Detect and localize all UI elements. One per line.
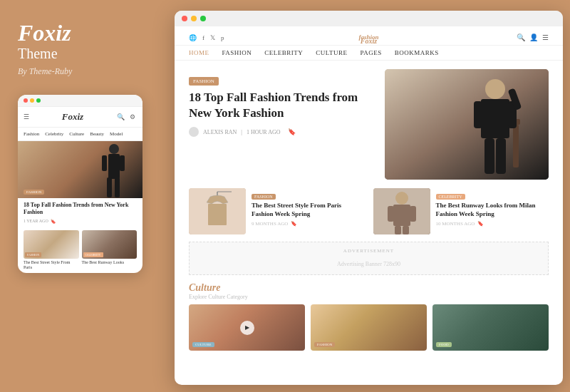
nav-home[interactable]: HOME bbox=[189, 49, 209, 56]
ad-label: ADVERTISEMENT bbox=[195, 248, 542, 254]
small-1-badge: FASHION bbox=[252, 194, 276, 200]
mobile-card-1-image: FASHION bbox=[24, 230, 79, 259]
nav-fashion[interactable]: FASHION bbox=[222, 49, 252, 56]
svg-point-0 bbox=[109, 144, 119, 154]
time-separator: | bbox=[241, 129, 242, 135]
culture-card-1[interactable]: ▶ CULTURE bbox=[189, 304, 305, 351]
mobile-card-2-image: CELEBRITY bbox=[82, 230, 138, 259]
nav-pages[interactable]: PAGES bbox=[361, 49, 382, 56]
small-1-meta: 9 MONTHS AGO 🔖 bbox=[252, 221, 365, 227]
svg-rect-11 bbox=[474, 101, 482, 128]
mobile-person-figure bbox=[100, 143, 128, 198]
svg-rect-26 bbox=[403, 226, 409, 234]
globe-icon[interactable]: 🌐 bbox=[189, 34, 197, 41]
pinterest-icon[interactable]: p bbox=[221, 34, 224, 41]
nav-bookmarks[interactable]: BOOKMARKS bbox=[395, 49, 439, 56]
culture-card-2[interactable]: FASHION bbox=[311, 304, 427, 351]
svg-rect-8 bbox=[513, 125, 519, 167]
culture-cards: ▶ CULTURE FASHION FOOD bbox=[189, 304, 549, 351]
nav-celebrity[interactable]: CELEBRITY bbox=[264, 49, 303, 56]
svg-rect-25 bbox=[395, 226, 401, 234]
mobile-card-1-title: The Best Street Style From Paris bbox=[24, 260, 79, 270]
desktop-dot-green bbox=[200, 16, 206, 21]
mobile-nav-beauty[interactable]: Beauty bbox=[90, 131, 104, 137]
small-article-2: CELEBRITY The Best Runway Looks from Mil… bbox=[373, 188, 549, 234]
small-1-time: 9 MONTHS AGO bbox=[252, 221, 288, 227]
svg-rect-14 bbox=[484, 138, 494, 174]
small-1-bookmark[interactable]: 🔖 bbox=[291, 221, 297, 227]
desktop-site-header: 🌐 f 𝕏 p fashion Foxiz 🔍 👤 ☰ bbox=[175, 26, 563, 46]
svg-rect-24 bbox=[410, 206, 416, 222]
mobile-top-bar bbox=[18, 95, 142, 107]
brand-author: By Theme-Ruby bbox=[18, 66, 72, 77]
play-button[interactable]: ▶ bbox=[240, 321, 254, 335]
culture-card-3[interactable]: FOOD bbox=[432, 304, 549, 351]
small-article-2-image bbox=[373, 188, 430, 234]
mobile-nav: Fashion Celebrity Culture Beauty Model bbox=[18, 128, 142, 141]
svg-rect-6 bbox=[385, 69, 549, 180]
culture-subtitle: Explore Culture Category bbox=[189, 294, 549, 300]
mobile-logo: Foxiz bbox=[62, 111, 83, 123]
nav-culture[interactable]: Culture bbox=[316, 49, 347, 56]
featured-section: FASHION 18 Top Fall Fashion Trends from … bbox=[189, 69, 549, 180]
small-article-2-content: CELEBRITY The Best Runway Looks from Mil… bbox=[436, 188, 549, 234]
svg-rect-4 bbox=[102, 155, 107, 171]
mobile-nav-fashion[interactable]: Fashion bbox=[24, 131, 39, 137]
mobile-dot-green bbox=[36, 98, 41, 103]
desktop-logo-main: Foxiz bbox=[309, 37, 428, 45]
mobile-small-articles: FASHION The Best Street Style From Paris… bbox=[18, 227, 142, 273]
svg-point-9 bbox=[485, 79, 505, 99]
facebook-icon[interactable]: f bbox=[202, 34, 204, 41]
mobile-mockup: ☰ Foxiz 🔍 ⚙ Fashion Celebrity Culture Be… bbox=[18, 95, 142, 273]
brand-name: Foxiz bbox=[18, 21, 71, 44]
mobile-card-2-badge: CELEBRITY bbox=[83, 252, 103, 257]
clothes-visual bbox=[189, 188, 246, 234]
mobile-bookmark-icon: 🔖 bbox=[51, 219, 56, 224]
small-2-badge: CELEBRITY bbox=[436, 194, 465, 200]
culture-title: Culture bbox=[189, 282, 549, 294]
desktop-nav: HOME FASHION CELEBRITY Culture PAGES BOO… bbox=[175, 46, 563, 61]
ad-size: Advertising Banner 728x90 bbox=[337, 261, 400, 267]
small-articles-row: FASHION The Best Street Style From Paris… bbox=[189, 188, 549, 234]
featured-title[interactable]: 18 Top Fall Fashion Trends from New York… bbox=[189, 90, 374, 121]
svg-rect-10 bbox=[481, 99, 509, 138]
culture-header: Culture Explore Culture Category bbox=[189, 282, 549, 300]
search-icon[interactable]: 🔍 bbox=[517, 33, 525, 41]
mobile-nav-celebrity[interactable]: Celebrity bbox=[45, 131, 63, 137]
author-name: ALEXIS RAN bbox=[203, 129, 237, 135]
author-avatar bbox=[189, 127, 199, 137]
mobile-hero-image: FASHION bbox=[18, 141, 142, 198]
mobile-hero-title: 18 Top Fall Fashion Trends from New York… bbox=[18, 198, 142, 219]
desktop-top-bar bbox=[175, 11, 563, 26]
bookmark-icon[interactable]: 🔖 bbox=[288, 128, 296, 135]
ad-banner: ADVERTISEMENT Advertising Banner 728x90 bbox=[189, 242, 549, 275]
small-1-title[interactable]: The Best Street Style From Paris Fashion… bbox=[252, 202, 365, 218]
svg-rect-22 bbox=[393, 205, 410, 226]
svg-rect-18 bbox=[208, 204, 227, 225]
featured-badge: FASHION bbox=[189, 77, 219, 86]
featured-image bbox=[385, 69, 549, 180]
desktop-mockup: 🌐 f 𝕏 p fashion Foxiz 🔍 👤 ☰ HOME FASHION… bbox=[175, 11, 563, 385]
desktop-header-right: 🔍 👤 ☰ bbox=[429, 33, 549, 41]
mobile-hero-badge: FASHION bbox=[24, 190, 44, 195]
mobile-nav-culture[interactable]: Culture bbox=[69, 131, 84, 137]
culture-card-3-badge: FOOD bbox=[436, 342, 452, 347]
desktop-content: FASHION 18 Top Fall Fashion Trends from … bbox=[175, 61, 563, 359]
mobile-header: ☰ Foxiz 🔍 ⚙ bbox=[18, 107, 142, 128]
small-2-title[interactable]: The Best Runway Looks from Milan Fashion… bbox=[436, 202, 549, 218]
mobile-nav-model[interactable]: Model bbox=[110, 131, 123, 137]
svg-rect-1 bbox=[108, 154, 120, 179]
small-2-bookmark[interactable]: 🔖 bbox=[477, 221, 484, 227]
user-icon[interactable]: 👤 bbox=[529, 33, 538, 41]
mobile-small-card-2: CELEBRITY The Best Runway Looks bbox=[82, 230, 138, 270]
svg-rect-5 bbox=[120, 155, 125, 171]
small-article-1-content: FASHION The Best Street Style From Paris… bbox=[252, 188, 365, 234]
desktop-header-left: 🌐 f 𝕏 p bbox=[189, 34, 309, 41]
mobile-search-icon[interactable]: 🔍 bbox=[116, 113, 125, 121]
culture-card-1-badge: CULTURE bbox=[192, 342, 214, 347]
menu-icon[interactable]: ☰ bbox=[542, 33, 549, 41]
mobile-settings-icon[interactable]: ⚙ bbox=[128, 113, 137, 121]
featured-model-figure bbox=[385, 69, 549, 180]
twitter-icon[interactable]: 𝕏 bbox=[210, 34, 215, 41]
mobile-dot-yellow bbox=[30, 98, 34, 103]
